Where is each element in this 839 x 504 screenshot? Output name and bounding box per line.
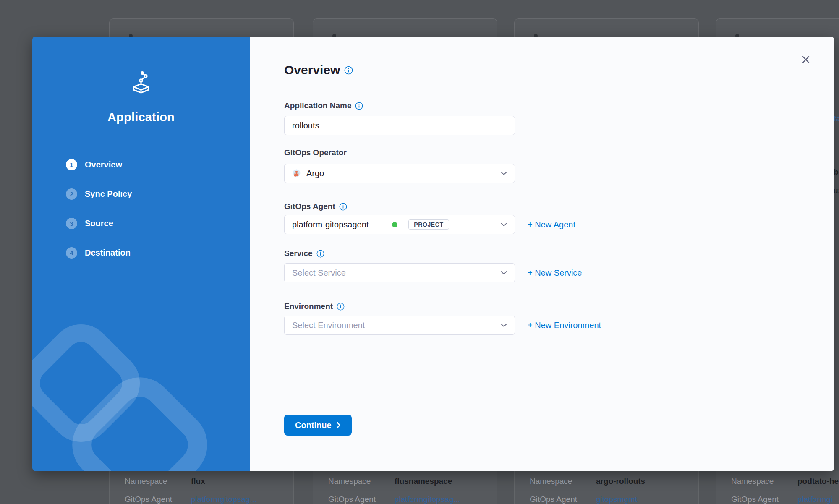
label-text: Service [284, 249, 313, 258]
background-card: Namespaceargo-rollouts GitOps Agentgitop… [514, 471, 699, 504]
step-number-badge: 1 [66, 159, 77, 170]
application-name-label: Application Name [284, 101, 363, 111]
gitops-agent-label: GitOps Agent [284, 201, 347, 212]
gitops-agent-value: platformgitopsag... [191, 494, 256, 504]
info-icon[interactable] [339, 203, 347, 211]
step-number-badge: 4 [66, 247, 77, 259]
namespace-label: Namespace [125, 476, 191, 486]
step-label: Overview [85, 160, 122, 170]
scope-badge: PROJECT [408, 219, 449, 230]
service-select[interactable]: Select Service [284, 263, 515, 282]
label-text: Environment [284, 302, 333, 311]
background-card-top [109, 18, 294, 38]
step-label: Sync Policy [85, 189, 132, 199]
namespace-label: Namespace [530, 476, 596, 486]
info-icon[interactable] [355, 102, 363, 110]
new-environment-link[interactable]: + New Environment [528, 316, 601, 335]
step-sync-policy[interactable]: 2 Sync Policy [66, 188, 132, 200]
gitops-agent-label: GitOps Agent [125, 494, 191, 504]
step-label: Source [85, 219, 113, 228]
wizard-steps: 1 Overview 2 Sync Policy 3 Source 4 Dest… [66, 159, 132, 259]
gitops-agent-label: GitOps Agent [731, 494, 797, 504]
step-label: Destination [85, 248, 131, 258]
background-card-top [716, 18, 839, 38]
step-overview[interactable]: 1 Overview [66, 159, 132, 170]
step-number-badge: 3 [66, 218, 77, 229]
namespace-label: Namespace [731, 476, 797, 486]
page-title: Overview [284, 63, 353, 77]
step-destination[interactable]: 4 Destination [66, 247, 132, 259]
environment-placeholder: Select Environment [292, 321, 365, 330]
close-button[interactable] [801, 55, 810, 64]
background-card-top [514, 18, 699, 38]
label-text: GitOps Agent [284, 202, 335, 211]
agent-health-dot [392, 222, 397, 227]
environment-select[interactable]: Select Environment [284, 316, 515, 335]
close-icon [801, 55, 810, 64]
argo-icon [292, 169, 301, 178]
info-icon[interactable] [344, 66, 353, 75]
gitops-operator-value: Argo [306, 169, 324, 178]
chevron-down-icon [501, 324, 507, 327]
namespace-value: argo-rollouts [596, 476, 645, 486]
namespace-label: Namespace [328, 476, 395, 486]
namespace-value: flusnamespace [395, 476, 452, 486]
continue-label: Continue [295, 420, 332, 430]
wizard-title: Application [32, 110, 250, 124]
clipped-background-text: be [834, 167, 839, 177]
gitops-agent-value: platform-gitopsagent [292, 220, 369, 230]
environment-label: Environment [284, 301, 345, 311]
info-icon[interactable] [316, 250, 324, 258]
chevron-right-icon [337, 422, 341, 428]
service-label: Service [284, 248, 324, 259]
gitops-operator-label: GitOps Operator [284, 148, 347, 158]
label-text: GitOps Operator [284, 148, 347, 157]
service-placeholder: Select Service [292, 268, 346, 278]
wizard-sidebar: Application 1 Overview 2 Sync Policy 3 S… [32, 37, 250, 471]
new-agent-link[interactable]: + New Agent [528, 215, 575, 234]
namespace-value: podtato-hea [797, 476, 839, 486]
application-name-input[interactable] [284, 116, 515, 135]
clipped-background-text: fa [834, 114, 839, 123]
step-source[interactable]: 3 Source [66, 218, 132, 229]
new-service-link[interactable]: + New Service [528, 263, 582, 282]
page-title-text: Overview [284, 63, 340, 77]
continue-button[interactable]: Continue [284, 415, 352, 436]
clipped-background-text: ux [834, 186, 839, 195]
gitops-operator-select[interactable]: Argo [284, 164, 515, 183]
gitops-agent-value: platformgitopsag... [395, 494, 460, 504]
chevron-down-icon [501, 223, 507, 227]
info-icon[interactable] [337, 303, 345, 311]
gitops-agent-value: gitopsmgmt [596, 494, 637, 504]
background-card: Namespaceflux GitOps Agentplatformgitops… [109, 471, 294, 504]
label-text: Application Name [284, 101, 351, 110]
background-card-top [313, 18, 497, 38]
gitops-agent-value: platformgi [797, 494, 832, 504]
step-number-badge: 2 [66, 188, 77, 200]
background-card: Namespacepodtato-hea GitOps Agentplatfor… [716, 471, 839, 504]
harness-logo-watermark [32, 37, 250, 471]
chevron-down-icon [501, 172, 507, 175]
namespace-value: flux [191, 476, 205, 486]
gitops-agent-label: GitOps Agent [530, 494, 596, 504]
gitops-agent-select[interactable]: platform-gitopsagent PROJECT [284, 215, 515, 234]
overview-step-panel: Overview Application Name GitOps Operato… [250, 37, 834, 471]
chevron-down-icon [501, 271, 507, 275]
application-icon [131, 71, 152, 94]
create-application-dialog: Application 1 Overview 2 Sync Policy 3 S… [32, 37, 834, 471]
background-card: Namespaceflusnamespace GitOps Agentplatf… [313, 471, 497, 504]
gitops-agent-label: GitOps Agent [328, 494, 395, 504]
